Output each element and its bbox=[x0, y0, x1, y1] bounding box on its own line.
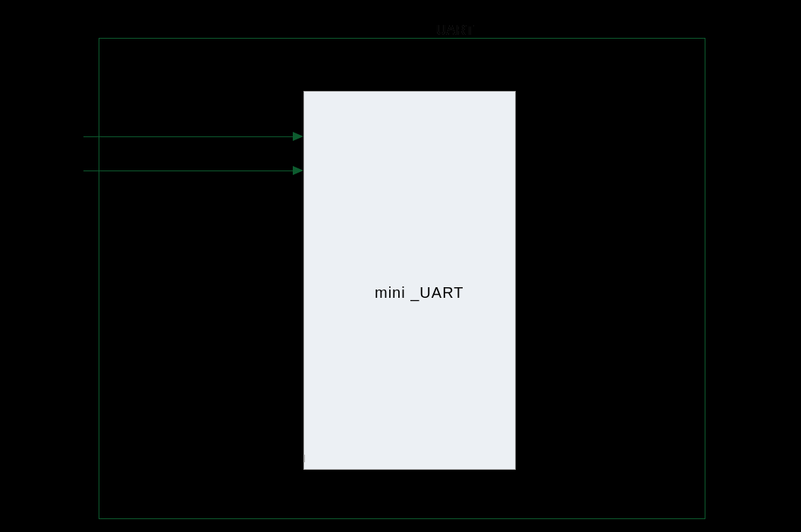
input-arrow-2-head bbox=[293, 166, 303, 175]
input-arrow-1-line bbox=[83, 136, 294, 137]
input-arrow-2-line bbox=[83, 171, 294, 171]
mini-uart-label: mini _UART bbox=[375, 284, 463, 302]
mini-uart-block bbox=[303, 91, 516, 470]
scale-tick-mark bbox=[303, 455, 305, 462]
uart-outer-label: UART bbox=[436, 23, 474, 39]
input-arrow-1-head bbox=[293, 132, 303, 141]
